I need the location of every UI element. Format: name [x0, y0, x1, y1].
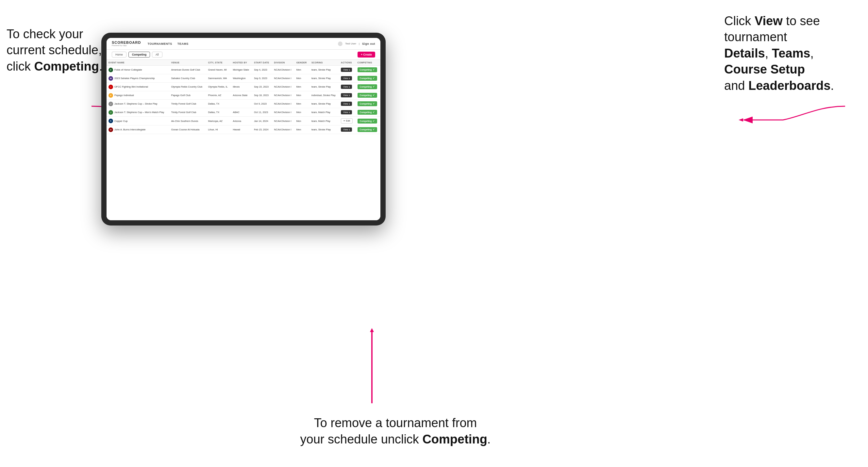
- table-row: J Jackson T. Stephens Cup – Stroke Play …: [106, 100, 380, 108]
- cell-date: Jan 14, 2024: [252, 117, 272, 125]
- cell-venue: Papago Golf Club: [169, 91, 206, 100]
- table-row: F Folds of Honor Collegiate American Dun…: [106, 66, 380, 74]
- cell-gender: Men: [294, 108, 309, 117]
- cell-competing[interactable]: Competing ✓: [355, 100, 380, 108]
- edit-button[interactable]: ✏ Edit: [341, 118, 352, 124]
- cell-hosted: [231, 100, 252, 108]
- team-logo: J: [108, 110, 113, 115]
- view-button[interactable]: View ℹ: [341, 102, 352, 106]
- event-name-text: Jackson T. Stephens Cup – Men's Match Pl…: [114, 111, 164, 114]
- cell-scoring: team, Match Play: [309, 108, 339, 117]
- cell-date: Sep 9, 2023: [252, 74, 272, 83]
- view-button[interactable]: View ℹ: [341, 127, 352, 132]
- cell-gender: Men: [294, 125, 309, 134]
- cell-city: Dallas, TX: [206, 100, 231, 108]
- cell-venue: Sahalee Country Club: [169, 74, 206, 83]
- cell-competing[interactable]: Competing ✓: [355, 74, 380, 83]
- create-button[interactable]: + Create: [358, 52, 375, 58]
- cell-competing[interactable]: Competing ✓: [355, 91, 380, 100]
- filter-home[interactable]: Home: [112, 52, 126, 58]
- nav-teams[interactable]: TEAMS: [178, 42, 189, 45]
- cell-date: Oct 11, 2023: [252, 108, 272, 117]
- tournaments-table-container: EVENT NAME VENUE CITY, STATE HOSTED BY S…: [106, 60, 380, 220]
- bottom-annotation: To remove a tournament from your schedul…: [281, 415, 510, 447]
- nav-right: Test User | Sign out: [338, 41, 375, 46]
- cell-competing[interactable]: Competing ✓: [355, 125, 380, 134]
- table-row: P Papago Individual Papago Golf ClubPhoe…: [106, 91, 380, 100]
- cell-action[interactable]: View ℹ: [339, 74, 355, 83]
- cell-action[interactable]: View ℹ: [339, 108, 355, 117]
- team-logo: W: [108, 76, 113, 81]
- cell-hosted: Hawaii: [231, 125, 252, 134]
- competing-button[interactable]: Competing ✓: [358, 110, 377, 115]
- cell-gender: Men: [294, 91, 309, 100]
- cell-scoring: individual, Stroke Play: [309, 91, 339, 100]
- filter-competing[interactable]: Competing: [128, 52, 150, 58]
- cell-competing[interactable]: Competing ✓: [355, 66, 380, 74]
- cell-event-name: P Papago Individual: [106, 91, 169, 100]
- table-row: H John A. Burns Intercollegiate Ocean Co…: [106, 125, 380, 134]
- scoreboard-logo: SCOREBOARD Powered by clipp: [112, 41, 141, 46]
- cell-division: NCAA Division I: [272, 100, 294, 108]
- cell-division: NCAA Division I: [272, 125, 294, 134]
- competing-button[interactable]: Competing ✓: [358, 84, 377, 89]
- col-division: DIVISION: [272, 60, 294, 66]
- view-button[interactable]: View ℹ: [341, 93, 352, 97]
- col-venue: VENUE: [169, 60, 206, 66]
- cell-venue: Trinity Forest Golf Club: [169, 100, 206, 108]
- cell-event-name: F Folds of Honor Collegiate: [106, 66, 169, 74]
- cell-action[interactable]: View ℹ: [339, 125, 355, 134]
- cell-venue: Ocean Course At Hokuala: [169, 125, 206, 134]
- cell-competing[interactable]: Competing ✓: [355, 108, 380, 117]
- competing-button[interactable]: Competing ✓: [358, 76, 377, 81]
- view-button[interactable]: View ℹ: [341, 68, 352, 72]
- cell-division: NCAA Division I: [272, 74, 294, 83]
- event-name-text: John A. Burns Intercollegiate: [114, 128, 146, 131]
- competing-button[interactable]: Competing ✓: [358, 127, 377, 132]
- col-scoring: SCORING: [309, 60, 339, 66]
- cell-action[interactable]: ✏ Edit: [339, 117, 355, 125]
- cell-gender: Men: [294, 74, 309, 83]
- team-logo: P: [108, 93, 113, 98]
- table-row: J Jackson T. Stephens Cup – Men's Match …: [106, 108, 380, 117]
- cell-hosted: Illinois: [231, 83, 252, 91]
- cell-action[interactable]: View ℹ: [339, 83, 355, 91]
- top-right-annotation: Click View to see tournament Details, Te…: [724, 13, 862, 94]
- cell-event-name: W 2023 Sahalee Players Championship: [106, 74, 169, 83]
- competing-button[interactable]: Competing ✓: [358, 93, 377, 98]
- navbar: SCOREBOARD Powered by clipp TOURNAMENTS …: [106, 38, 380, 50]
- cell-action[interactable]: View ℹ: [339, 91, 355, 100]
- team-logo: J: [108, 102, 113, 106]
- cell-event-name: I OFCC Fighting Illini Invitational: [106, 83, 169, 91]
- logo-subtitle: Powered by clipp: [112, 44, 141, 46]
- cell-division: NCAA Division I: [272, 108, 294, 117]
- view-button[interactable]: View ℹ: [341, 110, 352, 114]
- view-button[interactable]: View ℹ: [341, 76, 352, 81]
- svg-marker-2: [739, 118, 743, 122]
- event-name-text: Copper Cup: [114, 120, 127, 123]
- cell-division: NCAA Division I: [272, 83, 294, 91]
- nav-tournaments[interactable]: TOURNAMENTS: [147, 42, 172, 45]
- cell-venue: Olympia Fields Country Club: [169, 83, 206, 91]
- sign-out-link[interactable]: Sign out: [362, 42, 375, 45]
- competing-button[interactable]: Competing ✓: [358, 101, 377, 106]
- cell-venue: Trinity Forest Golf Club: [169, 108, 206, 117]
- cell-action[interactable]: View ℹ: [339, 66, 355, 74]
- cell-competing[interactable]: Competing ✓: [355, 117, 380, 125]
- cell-hosted: Michigan State: [231, 66, 252, 74]
- cell-hosted: Washington: [231, 74, 252, 83]
- cell-city: Maricopa, AZ: [206, 117, 231, 125]
- cell-competing[interactable]: Competing ✓: [355, 83, 380, 91]
- table-row: W 2023 Sahalee Players Championship Saha…: [106, 74, 380, 83]
- event-name-text: OFCC Fighting Illini Invitational: [114, 85, 148, 88]
- view-button[interactable]: View ℹ: [341, 85, 352, 89]
- filter-all[interactable]: All: [152, 52, 162, 58]
- competing-button[interactable]: Competing ✓: [358, 67, 377, 72]
- logo-title: SCOREBOARD: [112, 41, 141, 44]
- cell-hosted: Arizona: [231, 117, 252, 125]
- competing-button[interactable]: Competing ✓: [358, 119, 377, 124]
- cell-action[interactable]: View ℹ: [339, 100, 355, 108]
- arrow-to-view: [737, 96, 848, 129]
- cell-division: NCAA Division I: [272, 117, 294, 125]
- cell-event-name: J Jackson T. Stephens Cup – Stroke Play: [106, 100, 169, 108]
